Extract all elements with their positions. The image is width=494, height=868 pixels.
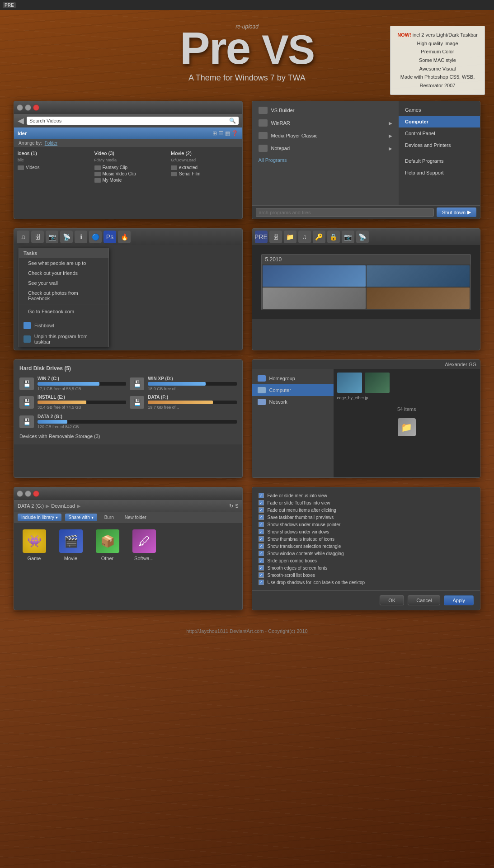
- fb-icon-movie[interactable]: 🎬 Movie: [56, 529, 85, 561]
- setting-label-combo-boxes: Slide open combo boxes: [268, 558, 317, 563]
- fb-include-library-btn[interactable]: Include in library ▾: [18, 514, 61, 521]
- start-right-default[interactable]: Default Programs: [399, 155, 480, 167]
- checkbox-translucent[interactable]: ✓: [259, 543, 264, 549]
- checkbox-shadows-pointer[interactable]: ✓: [259, 522, 264, 527]
- ctx-item-wall[interactable]: See your wall: [19, 278, 108, 288]
- ss-taskbar-icon-2[interactable]: 🗄: [269, 231, 282, 243]
- ctx-pinned-fishbowl[interactable]: Fishbowl: [19, 320, 108, 331]
- taskbar-icon-2[interactable]: 🗄: [31, 231, 44, 243]
- fb-share-btn[interactable]: Share with ▾: [65, 514, 97, 521]
- start-right-computer[interactable]: Computer: [399, 116, 480, 127]
- search-input[interactable]: [29, 118, 227, 123]
- taskbar-icon-ps[interactable]: Ps: [104, 231, 116, 243]
- explorer-nav-network[interactable]: Network: [252, 396, 334, 408]
- checkbox-thumbnails-instead[interactable]: ✓: [259, 536, 264, 542]
- start-item-vsbuilder[interactable]: VS Builder: [252, 104, 399, 117]
- lib-item-extracted[interactable]: extracted: [171, 165, 239, 170]
- start-right-games[interactable]: Games: [399, 104, 480, 116]
- start-item-notepad[interactable]: Notepad ▶: [252, 142, 399, 155]
- search-videos-panel: ◀ 🔍 lder ⊞ ☰ ▦ ❓ Arrange by: Folder ideo…: [14, 101, 243, 219]
- start-search-input[interactable]: [256, 208, 434, 217]
- hdd-panel: Hard Disk Drives (5) 💾 WIN 7 (C:) 17,1 G…: [14, 359, 243, 478]
- ss-taskbar-icon-5[interactable]: 🔑: [313, 231, 325, 243]
- fb-more-icon[interactable]: S: [235, 503, 238, 509]
- lib-item-serial[interactable]: Serial Film: [171, 171, 239, 176]
- checkbox-window-contents[interactable]: ✓: [259, 551, 264, 556]
- fb-burn-btn[interactable]: Burn: [101, 514, 118, 521]
- fb-icon-other[interactable]: 📦 Other: [93, 529, 122, 561]
- taskbar-icon-6[interactable]: 🔵: [89, 231, 102, 243]
- cancel-button[interactable]: Cancel: [408, 595, 440, 605]
- ok-button[interactable]: OK: [380, 595, 404, 605]
- arrange-value[interactable]: Folder: [45, 141, 57, 146]
- lib-item-music[interactable]: Music Video Clip: [94, 171, 162, 176]
- fb-path-data2[interactable]: DATA 2 (G:): [18, 503, 44, 509]
- footer-text: http://Jaychou1811.DeviantArt.com - Copy…: [186, 628, 307, 634]
- start-item-mpc[interactable]: Media Player Classic ▶: [252, 129, 399, 142]
- checkbox-shadows-windows[interactable]: ✓: [259, 529, 264, 534]
- checkbox-smooth-fonts[interactable]: ✓: [259, 565, 264, 571]
- lib-link-videos[interactable]: Videos: [18, 165, 85, 170]
- arrange-label: Arrange by:: [19, 141, 42, 146]
- lib-item-movie[interactable]: My Movie: [94, 178, 162, 183]
- file-icon-4: [171, 165, 177, 170]
- hdd-item-e: 💾 INSTALL (E:) 32,4 GB free of 74,5 GB: [19, 395, 126, 410]
- apply-button[interactable]: Apply: [444, 595, 474, 605]
- ctx-item-photos[interactable]: Check out photos from Facebook: [19, 288, 108, 303]
- ss-taskbar-icon-7[interactable]: 📷: [342, 231, 354, 243]
- fb-new-folder-btn[interactable]: New folder: [121, 514, 150, 521]
- ctx-item-goto-facebook[interactable]: Go to Facebook.com: [19, 307, 108, 316]
- checkbox-combo-boxes[interactable]: ✓: [259, 558, 264, 563]
- ss-taskbar-icon-1[interactable]: PRE: [255, 231, 268, 243]
- fb-close-button[interactable]: [33, 491, 39, 497]
- ctx-item-see-people[interactable]: See what people are up to: [19, 258, 108, 268]
- taskbar-icon-4[interactable]: 📡: [60, 231, 73, 243]
- fb-icon-software[interactable]: 🖊 Softwa...: [129, 529, 159, 561]
- ss-taskbar-icon-4[interactable]: ♫: [298, 231, 311, 243]
- all-programs-link[interactable]: All Programs: [252, 155, 399, 165]
- fb-refresh-icon[interactable]: ↻: [229, 503, 233, 509]
- start-item-winrar[interactable]: WinRAR ▶: [252, 117, 399, 129]
- setting-taskbar-thumbnails: ✓ Save taskbar thumbnail previews: [259, 514, 474, 521]
- filebrowser-panel: DATA 2 (G:) ▶ DownLoad ▶ ↻ S Include in …: [14, 487, 243, 610]
- checkbox-taskbar-thumbnails[interactable]: ✓: [259, 514, 264, 520]
- start-right-devices[interactable]: Devices and Printers: [399, 139, 480, 151]
- explorer-nav-computer[interactable]: Computer: [252, 384, 334, 396]
- fb-minimize-button[interactable]: [17, 491, 23, 497]
- back-button[interactable]: ◀: [18, 116, 24, 126]
- taskbar-icon-5[interactable]: ℹ: [75, 231, 87, 243]
- checkbox-fade-menus[interactable]: ✓: [259, 493, 264, 498]
- setting-label-thumbnails-instead: Show thumbnails instead of icons: [268, 537, 334, 542]
- checkbox-drop-shadows[interactable]: ✓: [259, 580, 264, 585]
- maximize-button[interactable]: [25, 104, 31, 111]
- explorer-panel: Alexander GG Homegroup Computer Network: [252, 359, 481, 478]
- filebrowser-titlebar: [14, 487, 242, 500]
- taskbar-icon-3[interactable]: 📷: [46, 231, 58, 243]
- explorer-nav-homegroup[interactable]: Homegroup: [252, 373, 334, 384]
- checkbox-fade-tooltips[interactable]: ✓: [259, 500, 264, 505]
- fb-icon-game[interactable]: 👾 Game: [19, 529, 49, 561]
- taskbar-icon-1[interactable]: ♫: [17, 231, 29, 243]
- search-icon[interactable]: 🔍: [229, 118, 236, 124]
- taskbar-icon-fire[interactable]: 🔥: [118, 231, 131, 243]
- start-menu-panel: VS Builder WinRAR ▶ Media Player Classic…: [252, 101, 481, 219]
- screenshot-thumb-1: [263, 265, 366, 287]
- ctx-item-friends[interactable]: Check out your friends: [19, 268, 108, 278]
- ss-taskbar-icon-3[interactable]: 📁: [284, 231, 296, 243]
- start-right-help[interactable]: Help and Support: [399, 167, 480, 179]
- shutdown-button[interactable]: Shut down ▶: [437, 208, 476, 217]
- ss-taskbar-icon-6[interactable]: 🔒: [327, 231, 340, 243]
- checkbox-fade-menu-items[interactable]: ✓: [259, 507, 264, 513]
- ss-taskbar-icon-8[interactable]: 📡: [356, 231, 369, 243]
- checkbox-smooth-scroll[interactable]: ✓: [259, 572, 264, 578]
- minimize-button[interactable]: [17, 104, 23, 111]
- view-icons[interactable]: ⊞ ☰ ▦ ❓: [212, 130, 238, 137]
- ctx-pinned-unpin[interactable]: Unpin this program from taskbar: [19, 331, 108, 347]
- fb-path-download[interactable]: DownLoad: [51, 503, 75, 509]
- close-button[interactable]: [33, 104, 39, 111]
- fb-icons-grid: 👾 Game 🎬 Movie 📦 Other 🖊 Softwa...: [14, 523, 242, 567]
- fb-maximize-button[interactable]: [25, 491, 31, 497]
- start-right-controlpanel[interactable]: Control Panel: [399, 127, 480, 139]
- game-icon: 👾: [23, 529, 46, 553]
- lib-item-fantasy[interactable]: Fantasy Clip: [94, 165, 162, 170]
